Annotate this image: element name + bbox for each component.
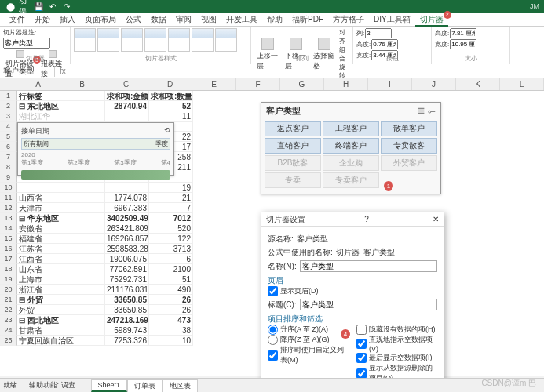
col-header-I[interactable]: I bbox=[368, 78, 412, 90]
sheet-tab[interactable]: 订单表 bbox=[127, 379, 162, 392]
timeline-bar[interactable] bbox=[21, 170, 170, 180]
slicer-caption-input[interactable] bbox=[3, 38, 50, 49]
row-header[interactable]: 11 bbox=[0, 193, 17, 203]
clear-filter-icon[interactable]: ⟜ bbox=[428, 107, 436, 116]
row-header[interactable]: 1 bbox=[0, 91, 17, 101]
row-header[interactable]: 8 bbox=[0, 162, 17, 172]
tab-DIY工具箱[interactable]: DIY工具箱 bbox=[369, 13, 415, 27]
visual-empty-checkbox[interactable] bbox=[356, 339, 367, 349]
tab-审阅[interactable]: 审阅 bbox=[171, 13, 196, 27]
cell[interactable]: 浙江省 bbox=[17, 285, 105, 295]
row-header[interactable]: 4 bbox=[0, 122, 17, 132]
cell[interactable]: 5989.743 bbox=[105, 325, 149, 336]
tab-视图[interactable]: 视图 bbox=[196, 13, 221, 27]
row-header[interactable]: 16 bbox=[0, 244, 17, 254]
cell[interactable]: 2100 bbox=[149, 264, 193, 274]
cell[interactable]: 宁夏回族自治区 bbox=[17, 336, 105, 346]
cell[interactable]: 38 bbox=[149, 325, 193, 336]
columns-input[interactable] bbox=[365, 28, 392, 38]
sort-asc-radio[interactable] bbox=[268, 325, 278, 335]
sheet-tab[interactable]: 地区表 bbox=[162, 379, 198, 392]
cell[interactable]: 10 bbox=[149, 336, 193, 346]
sort-desc-radio[interactable] bbox=[268, 335, 278, 345]
row-header[interactable]: 24 bbox=[0, 325, 17, 336]
slicer-item[interactable]: 返点客户 bbox=[265, 121, 321, 136]
cell[interactable]: 77062.591 bbox=[105, 264, 149, 274]
cell[interactable]: 52 bbox=[149, 101, 193, 111]
row-header[interactable]: 18 bbox=[0, 264, 17, 274]
hide-empty-checkbox[interactable] bbox=[356, 325, 367, 335]
col-header-K[interactable]: K bbox=[456, 78, 500, 90]
slicer-name-input[interactable] bbox=[300, 260, 437, 272]
autosave-toggle[interactable]: ⬤ bbox=[5, 1, 16, 12]
cell[interactable]: 甘肃省 bbox=[17, 325, 105, 336]
row-header[interactable]: 5 bbox=[0, 132, 17, 142]
cell[interactable]: 外贸 bbox=[17, 305, 105, 315]
cell[interactable]: 湖北江华 bbox=[17, 111, 105, 122]
cell[interactable]: 7253.326 bbox=[105, 336, 149, 346]
size-width-input[interactable] bbox=[450, 39, 476, 49]
cell[interactable]: 263421.809 bbox=[105, 223, 149, 234]
cell[interactable] bbox=[105, 183, 149, 193]
cell[interactable]: ⊟ 华东地区 bbox=[17, 213, 105, 223]
timeline-unit[interactable]: 季度 bbox=[155, 140, 168, 148]
row-header[interactable]: 14 bbox=[0, 223, 17, 234]
dialog-help-icon[interactable]: ? bbox=[364, 215, 369, 223]
tab-开始[interactable]: 开始 bbox=[30, 13, 55, 27]
row-header[interactable]: 10 bbox=[0, 183, 17, 193]
tab-文件[interactable]: 文件 bbox=[5, 13, 30, 27]
cell[interactable]: 6 bbox=[149, 254, 193, 264]
slicer-item[interactable]: 专卖散客 bbox=[381, 138, 437, 154]
row-header[interactable]: 2 bbox=[0, 101, 17, 111]
cell[interactable]: ⊟ 外贸 bbox=[17, 295, 105, 305]
row-header[interactable]: 6 bbox=[0, 142, 17, 152]
save-icon[interactable]: 💾 bbox=[33, 1, 44, 12]
select-all-corner[interactable] bbox=[0, 78, 16, 90]
row-header[interactable]: 21 bbox=[0, 295, 17, 305]
cell[interactable]: 21 bbox=[149, 193, 193, 203]
cell[interactable] bbox=[17, 183, 105, 193]
row-header[interactable]: 19 bbox=[0, 274, 17, 285]
cell[interactable]: 3713 bbox=[149, 244, 193, 254]
cell[interactable]: 安徽省 bbox=[17, 223, 105, 234]
slicer-item[interactable]: 终端客户 bbox=[323, 138, 379, 154]
cell[interactable]: 上海市 bbox=[17, 274, 105, 285]
row-header[interactable]: 9 bbox=[0, 172, 17, 183]
cell[interactable]: 122 bbox=[149, 234, 193, 244]
undo-icon[interactable]: ↶ bbox=[47, 1, 58, 12]
cell[interactable]: 求和项:数量 bbox=[149, 91, 193, 101]
customer-type-slicer[interactable]: 客户类型 ☰ ⟜ 返点客户工程客户散单客户直销客户终端客户专卖散客B2B散客企业… bbox=[261, 102, 441, 194]
col-header-L[interactable]: L bbox=[500, 78, 544, 90]
cell[interactable]: 江苏省 bbox=[17, 244, 105, 254]
tab-插入[interactable]: 插入 bbox=[55, 13, 80, 27]
cell[interactable]: 19006.075 bbox=[105, 254, 149, 264]
cell[interactable]: 211176.031 bbox=[105, 285, 149, 295]
tab-页面布局[interactable]: 页面布局 bbox=[80, 13, 121, 27]
slicer-item[interactable]: B2B散客 bbox=[265, 155, 321, 171]
cell[interactable]: 6967.383 bbox=[105, 203, 149, 213]
cell[interactable]: 28740.94 bbox=[105, 101, 149, 111]
row-header[interactable]: 3 bbox=[0, 111, 17, 122]
caption-input[interactable] bbox=[300, 299, 437, 310]
row-header[interactable]: 20 bbox=[0, 285, 17, 295]
cell[interactable]: 山西省 bbox=[17, 193, 105, 203]
row-header[interactable]: 13 bbox=[0, 213, 17, 223]
slicer-item[interactable]: 散单客户 bbox=[381, 121, 437, 136]
show-header-checkbox[interactable] bbox=[268, 286, 278, 296]
rotate-button[interactable]: 旋转 bbox=[339, 63, 349, 80]
cell[interactable]: 490 bbox=[149, 285, 193, 295]
slicer-item[interactable]: 专卖客户 bbox=[323, 172, 379, 188]
show-deleted-checkbox[interactable] bbox=[356, 368, 367, 379]
cell[interactable]: 福建省 bbox=[17, 234, 105, 244]
cell[interactable]: 473 bbox=[149, 315, 193, 325]
cell[interactable]: 33650.85 bbox=[105, 295, 149, 305]
cell[interactable]: 2598583.283 bbox=[105, 244, 149, 254]
cell[interactable]: 行标签 bbox=[17, 91, 105, 101]
cell[interactable]: ⊟ 东北地区 bbox=[17, 101, 105, 111]
cell[interactable]: 江西省 bbox=[17, 254, 105, 264]
cell[interactable]: 520 bbox=[149, 223, 193, 234]
cell[interactable]: 26 bbox=[149, 295, 193, 305]
cell[interactable]: 247218.169 bbox=[105, 315, 149, 325]
clear-filter-icon[interactable]: ⟲ bbox=[164, 126, 170, 136]
custom-sort-checkbox[interactable] bbox=[268, 350, 278, 361]
